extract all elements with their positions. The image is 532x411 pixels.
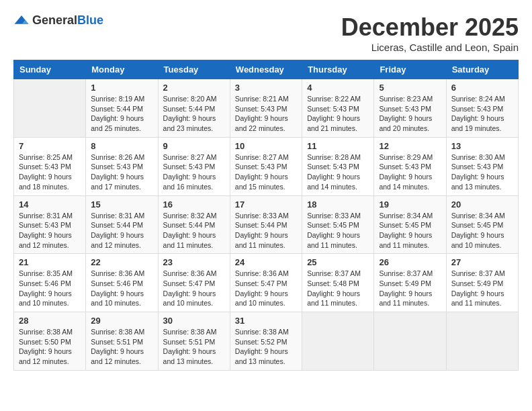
day-info: Sunrise: 8:26 AMSunset: 5:43 PMDaylight:… bbox=[91, 152, 152, 192]
logo-blue: Blue bbox=[77, 13, 103, 27]
logo-text: GeneralBlue bbox=[32, 13, 103, 28]
calendar-body: 1Sunrise: 8:19 AMSunset: 5:44 PMDaylight… bbox=[14, 79, 519, 371]
week-row-2: 7Sunrise: 8:25 AMSunset: 5:43 PMDaylight… bbox=[14, 137, 519, 195]
day-info: Sunrise: 8:27 AMSunset: 5:43 PMDaylight:… bbox=[235, 152, 297, 192]
day-number: 25 bbox=[307, 257, 369, 267]
calendar-cell: 9Sunrise: 8:27 AMSunset: 5:43 PMDaylight… bbox=[158, 137, 230, 195]
header-day-tuesday: Tuesday bbox=[158, 60, 230, 79]
day-number: 21 bbox=[19, 257, 81, 267]
calendar-cell: 24Sunrise: 8:36 AMSunset: 5:47 PMDayligh… bbox=[230, 254, 302, 312]
day-info: Sunrise: 8:36 AMSunset: 5:47 PMDaylight:… bbox=[235, 269, 297, 308]
day-info: Sunrise: 8:19 AMSunset: 5:44 PMDaylight:… bbox=[91, 94, 152, 134]
day-number: 22 bbox=[91, 257, 152, 267]
calendar-cell: 22Sunrise: 8:36 AMSunset: 5:46 PMDayligh… bbox=[86, 254, 158, 312]
day-number: 11 bbox=[307, 141, 369, 151]
day-number: 30 bbox=[163, 316, 225, 326]
calendar-cell: 15Sunrise: 8:31 AMSunset: 5:44 PMDayligh… bbox=[86, 195, 158, 254]
day-number: 8 bbox=[91, 141, 152, 151]
day-info: Sunrise: 8:33 AMSunset: 5:44 PMDaylight:… bbox=[235, 211, 297, 250]
day-number: 28 bbox=[19, 316, 81, 326]
calendar-cell: 18Sunrise: 8:33 AMSunset: 5:45 PMDayligh… bbox=[302, 195, 374, 254]
day-number: 5 bbox=[379, 83, 441, 93]
calendar-cell bbox=[446, 312, 518, 371]
calendar-cell: 1Sunrise: 8:19 AMSunset: 5:44 PMDaylight… bbox=[86, 79, 158, 138]
logo-icon bbox=[13, 14, 30, 28]
calendar-cell: 29Sunrise: 8:38 AMSunset: 5:51 PMDayligh… bbox=[86, 312, 158, 371]
calendar-cell: 25Sunrise: 8:37 AMSunset: 5:48 PMDayligh… bbox=[302, 254, 374, 312]
day-info: Sunrise: 8:34 AMSunset: 5:45 PMDaylight:… bbox=[451, 211, 513, 250]
day-info: Sunrise: 8:31 AMSunset: 5:43 PMDaylight:… bbox=[19, 211, 81, 250]
day-info: Sunrise: 8:22 AMSunset: 5:43 PMDaylight:… bbox=[307, 94, 369, 134]
calendar-cell: 17Sunrise: 8:33 AMSunset: 5:44 PMDayligh… bbox=[230, 195, 302, 254]
header-day-sunday: Sunday bbox=[14, 60, 86, 79]
day-info: Sunrise: 8:32 AMSunset: 5:44 PMDaylight:… bbox=[163, 211, 225, 250]
day-number: 10 bbox=[235, 141, 297, 151]
day-info: Sunrise: 8:35 AMSunset: 5:46 PMDaylight:… bbox=[19, 269, 81, 308]
day-info: Sunrise: 8:21 AMSunset: 5:43 PMDaylight:… bbox=[235, 94, 297, 134]
calendar-cell: 6Sunrise: 8:24 AMSunset: 5:43 PMDaylight… bbox=[446, 79, 518, 138]
day-info: Sunrise: 8:33 AMSunset: 5:45 PMDaylight:… bbox=[307, 211, 369, 250]
week-row-5: 28Sunrise: 8:38 AMSunset: 5:50 PMDayligh… bbox=[14, 312, 519, 371]
calendar-cell: 23Sunrise: 8:36 AMSunset: 5:47 PMDayligh… bbox=[158, 254, 230, 312]
day-info: Sunrise: 8:28 AMSunset: 5:43 PMDaylight:… bbox=[307, 152, 369, 192]
calendar-cell: 31Sunrise: 8:38 AMSunset: 5:52 PMDayligh… bbox=[230, 312, 302, 371]
day-number: 3 bbox=[235, 83, 297, 93]
day-number: 15 bbox=[91, 199, 152, 210]
header-row: SundayMondayTuesdayWednesdayThursdayFrid… bbox=[14, 60, 519, 79]
header-day-monday: Monday bbox=[86, 60, 158, 79]
day-number: 27 bbox=[451, 257, 513, 267]
calendar-cell: 21Sunrise: 8:35 AMSunset: 5:46 PMDayligh… bbox=[14, 254, 86, 312]
day-number: 29 bbox=[91, 316, 152, 326]
day-number: 31 bbox=[235, 316, 297, 326]
day-number: 14 bbox=[19, 199, 81, 210]
day-number: 2 bbox=[163, 83, 225, 93]
calendar-header: SundayMondayTuesdayWednesdayThursdayFrid… bbox=[14, 60, 519, 79]
calendar-table: SundayMondayTuesdayWednesdayThursdayFrid… bbox=[13, 60, 519, 371]
day-number: 23 bbox=[163, 257, 225, 267]
day-info: Sunrise: 8:36 AMSunset: 5:46 PMDaylight:… bbox=[91, 269, 152, 308]
calendar-cell bbox=[302, 312, 374, 371]
calendar-cell: 12Sunrise: 8:29 AMSunset: 5:43 PMDayligh… bbox=[374, 137, 446, 195]
day-number: 20 bbox=[451, 199, 513, 210]
day-info: Sunrise: 8:24 AMSunset: 5:43 PMDaylight:… bbox=[451, 94, 513, 134]
day-number: 13 bbox=[451, 141, 513, 151]
calendar-cell: 20Sunrise: 8:34 AMSunset: 5:45 PMDayligh… bbox=[446, 195, 518, 254]
day-info: Sunrise: 8:34 AMSunset: 5:45 PMDaylight:… bbox=[379, 211, 441, 250]
logo-general: General bbox=[32, 13, 77, 27]
calendar-cell: 2Sunrise: 8:20 AMSunset: 5:44 PMDaylight… bbox=[158, 79, 230, 138]
calendar-cell: 4Sunrise: 8:22 AMSunset: 5:43 PMDaylight… bbox=[302, 79, 374, 138]
calendar-cell bbox=[14, 79, 86, 138]
header-day-saturday: Saturday bbox=[446, 60, 518, 79]
calendar-cell: 28Sunrise: 8:38 AMSunset: 5:50 PMDayligh… bbox=[14, 312, 86, 371]
calendar-cell: 10Sunrise: 8:27 AMSunset: 5:43 PMDayligh… bbox=[230, 137, 302, 195]
day-info: Sunrise: 8:37 AMSunset: 5:49 PMDaylight:… bbox=[379, 269, 441, 308]
day-info: Sunrise: 8:38 AMSunset: 5:51 PMDaylight:… bbox=[91, 327, 152, 367]
calendar-cell: 13Sunrise: 8:30 AMSunset: 5:43 PMDayligh… bbox=[446, 137, 518, 195]
day-number: 17 bbox=[235, 199, 297, 210]
day-number: 24 bbox=[235, 257, 297, 267]
calendar-cell: 11Sunrise: 8:28 AMSunset: 5:43 PMDayligh… bbox=[302, 137, 374, 195]
day-info: Sunrise: 8:36 AMSunset: 5:47 PMDaylight:… bbox=[163, 269, 225, 308]
day-number: 6 bbox=[451, 83, 513, 93]
day-number: 4 bbox=[307, 83, 369, 93]
day-info: Sunrise: 8:37 AMSunset: 5:48 PMDaylight:… bbox=[307, 269, 369, 308]
day-info: Sunrise: 8:25 AMSunset: 5:43 PMDaylight:… bbox=[19, 152, 81, 192]
calendar-cell: 7Sunrise: 8:25 AMSunset: 5:43 PMDaylight… bbox=[14, 137, 86, 195]
day-number: 1 bbox=[91, 83, 152, 93]
calendar-cell: 3Sunrise: 8:21 AMSunset: 5:43 PMDaylight… bbox=[230, 79, 302, 138]
day-info: Sunrise: 8:37 AMSunset: 5:49 PMDaylight:… bbox=[451, 269, 513, 308]
day-number: 16 bbox=[163, 199, 225, 210]
calendar-cell: 14Sunrise: 8:31 AMSunset: 5:43 PMDayligh… bbox=[14, 195, 86, 254]
calendar-cell: 5Sunrise: 8:23 AMSunset: 5:43 PMDaylight… bbox=[374, 79, 446, 138]
calendar-cell: 26Sunrise: 8:37 AMSunset: 5:49 PMDayligh… bbox=[374, 254, 446, 312]
day-info: Sunrise: 8:30 AMSunset: 5:43 PMDaylight:… bbox=[451, 152, 513, 192]
day-number: 12 bbox=[379, 141, 441, 151]
day-info: Sunrise: 8:38 AMSunset: 5:50 PMDaylight:… bbox=[19, 327, 81, 367]
header-day-thursday: Thursday bbox=[302, 60, 374, 79]
logo: GeneralBlue bbox=[13, 13, 103, 28]
day-info: Sunrise: 8:38 AMSunset: 5:51 PMDaylight:… bbox=[163, 327, 225, 367]
day-info: Sunrise: 8:31 AMSunset: 5:44 PMDaylight:… bbox=[91, 211, 152, 250]
day-number: 19 bbox=[379, 199, 441, 210]
calendar-cell: 27Sunrise: 8:37 AMSunset: 5:49 PMDayligh… bbox=[446, 254, 518, 312]
day-number: 9 bbox=[163, 141, 225, 151]
